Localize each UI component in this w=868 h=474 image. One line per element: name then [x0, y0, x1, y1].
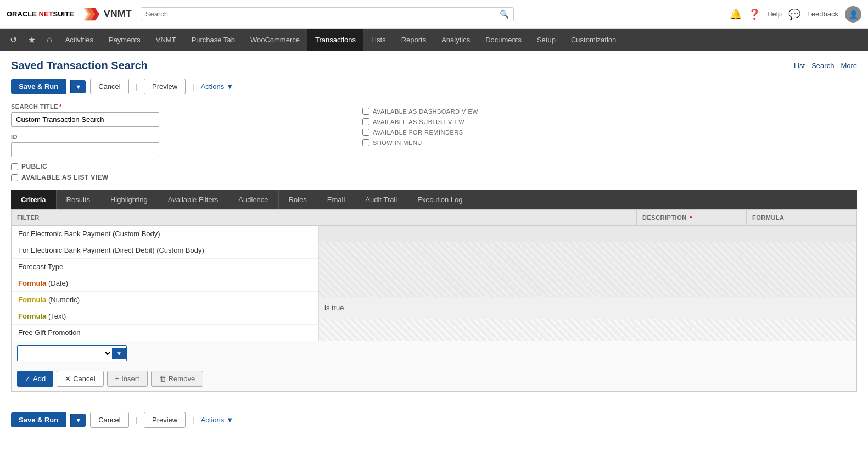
help-link[interactable]: Help [767, 10, 782, 18]
search-bar[interactable]: 🔍 [141, 7, 514, 21]
bottom-divider2: | [192, 416, 194, 424]
remove-button: 🗑 Remove [151, 371, 203, 387]
nav-vnmt[interactable]: VNMT [148, 29, 184, 51]
add-button[interactable]: ✓ Add [17, 371, 53, 387]
nav-transactions[interactable]: Transactions [307, 29, 363, 51]
nav-setup[interactable]: Setup [529, 29, 563, 51]
tab-roles[interactable]: Roles [279, 190, 317, 209]
nav-home-icon[interactable]: ⌂ [41, 29, 58, 51]
formula-yellow-label: Formula [18, 295, 46, 304]
sublist-view-checkbox[interactable] [362, 118, 369, 125]
criteria-area: FILTER DESCRIPTION * FORMULA For Electro… [11, 209, 857, 392]
available-list-view-checkbox[interactable] [11, 174, 18, 181]
sublist-view-row: AVAILABLE AS SUBLIST VIEW [362, 118, 857, 125]
nav-bar: ↺ ★ ⌂ Activities Payments VNMT Purchase … [0, 29, 868, 51]
bottom-actions-button[interactable]: Actions ▼ [201, 416, 234, 424]
search-icon: 🔍 [500, 10, 509, 19]
search-input[interactable] [145, 10, 500, 18]
bottom-toolbar: Save & Run ▼ Cancel | Preview | Actions … [11, 405, 857, 428]
criteria-header-row: FILTER DESCRIPTION * FORMULA [12, 210, 856, 226]
form-row: SEARCH TITLE* ID PUBLIC AVAILABLE AS LIS… [11, 103, 857, 181]
nav-reports[interactable]: Reports [394, 29, 434, 51]
nav-purchase-tab[interactable]: Purchase Tab [184, 29, 243, 51]
page-link-more[interactable]: More [841, 62, 857, 70]
dropdown-item-formula-text[interactable]: Formula (Text) [12, 308, 318, 325]
cancel-button[interactable]: Cancel [90, 79, 128, 94]
dashboard-view-row: AVAILABLE AS DASHBOARD VIEW [362, 108, 857, 115]
dropdown-item-formula-numeric[interactable]: Formula (Numeric) [12, 292, 318, 308]
dropdown-item-forecast[interactable]: Forecast Type [12, 259, 318, 275]
filter-select[interactable] [18, 346, 112, 361]
nav-customization[interactable]: Customization [563, 29, 624, 51]
action-buttons: ✓ Add ✕ Cancel + Insert 🗑 Remove [12, 366, 856, 391]
nav-activities[interactable]: Activities [58, 29, 101, 51]
available-list-view-row: AVAILABLE AS LIST VIEW [11, 174, 340, 181]
dropdown-item-ebp-dd[interactable]: For Electronic Bank Payment (Direct Debi… [12, 242, 318, 259]
id-input[interactable] [11, 142, 159, 157]
tab-audience[interactable]: Audience [228, 190, 278, 209]
dropdown-list: For Electronic Bank Payment (Custom Body… [12, 226, 318, 341]
tab-audit-trail[interactable]: Audit Trail [355, 190, 407, 209]
actions-button[interactable]: Actions ▼ [201, 82, 234, 91]
filter-select-arrow[interactable]: ▼ [112, 348, 126, 359]
form-right: AVAILABLE AS DASHBOARD VIEW AVAILABLE AS… [362, 103, 857, 146]
dropdown-container: For Electronic Bank Payment (Custom Body… [12, 226, 856, 391]
tabs-bar: Criteria Results Highlighting Available … [11, 190, 857, 209]
bottom-preview-button[interactable]: Preview [144, 412, 186, 428]
tab-execution-log[interactable]: Execution Log [407, 190, 473, 209]
tab-criteria[interactable]: Criteria [11, 190, 57, 209]
nav-favorites-icon[interactable]: ★ [23, 29, 41, 51]
id-label: ID [11, 133, 340, 140]
bottom-cancel-button[interactable]: Cancel [90, 412, 128, 428]
toolbar-divider: | [136, 82, 137, 91]
dashboard-view-label: AVAILABLE AS DASHBOARD VIEW [373, 108, 478, 115]
oracle-logo: ORACLE NETSUITE [7, 10, 74, 18]
bottom-divider: | [136, 416, 137, 424]
trash-icon: 🗑 [159, 375, 166, 383]
dropdown-item-free-gift[interactable]: Free Gift Promotion [12, 325, 318, 341]
top-bar-right: 🔔 ❓ Help 💬 Feedback 👤 [730, 6, 861, 23]
preview-button[interactable]: Preview [144, 79, 186, 94]
bottom-save-run-dropdown-button[interactable]: ▼ [70, 414, 86, 427]
reminders-checkbox[interactable] [362, 129, 369, 136]
chat-icon[interactable]: 💬 [788, 8, 800, 20]
form-section: SEARCH TITLE* ID PUBLIC AVAILABLE AS LIS… [11, 103, 857, 181]
notification-icon[interactable]: 🔔 [730, 8, 742, 20]
nav-recent-icon[interactable]: ↺ [4, 29, 23, 51]
tab-results[interactable]: Results [57, 190, 100, 209]
dropdown-item-formula-date[interactable]: Formula (Date) [12, 275, 318, 292]
tab-available-filters[interactable]: Available Filters [158, 190, 229, 209]
search-title-input[interactable] [11, 112, 159, 127]
dropdown-item-ebp[interactable]: For Electronic Bank Payment (Custom Body… [12, 226, 318, 242]
tab-highlighting[interactable]: Highlighting [100, 190, 158, 209]
save-run-button[interactable]: Save & Run [11, 79, 66, 94]
checkbox-group-right: AVAILABLE AS DASHBOARD VIEW AVAILABLE AS… [362, 108, 857, 146]
help-icon[interactable]: ❓ [748, 8, 760, 20]
page-link-list[interactable]: List [794, 62, 805, 70]
form-left: SEARCH TITLE* ID PUBLIC AVAILABLE AS LIS… [11, 103, 340, 181]
checkmark-icon: ✓ [25, 375, 31, 383]
page-link-search[interactable]: Search [811, 62, 834, 70]
nav-documents[interactable]: Documents [478, 29, 529, 51]
vnmt-logo: VNMT [83, 5, 132, 23]
user-avatar[interactable]: 👤 [845, 6, 861, 23]
public-row: PUBLIC [11, 163, 340, 170]
feedback-button[interactable]: Feedback [807, 10, 838, 18]
public-label: PUBLIC [21, 163, 47, 170]
show-in-menu-checkbox[interactable] [362, 139, 369, 146]
show-in-menu-label: SHOW IN MENU [373, 140, 422, 146]
filter-select-wrap[interactable]: ▼ [17, 345, 127, 361]
available-list-view-label: AVAILABLE AS LIST VIEW [21, 174, 109, 181]
dashboard-view-checkbox[interactable] [362, 108, 369, 115]
cancel-action-button[interactable]: ✕ Cancel [57, 371, 103, 387]
toolbar-divider2: | [192, 82, 194, 91]
nav-woocommerce[interactable]: WooCommerce [243, 29, 307, 51]
nav-payments[interactable]: Payments [101, 29, 148, 51]
bottom-save-run-button[interactable]: Save & Run [11, 412, 66, 427]
nav-analytics[interactable]: Analytics [434, 29, 478, 51]
save-run-dropdown-button[interactable]: ▼ [70, 80, 86, 93]
tab-email[interactable]: Email [317, 190, 356, 209]
id-group: ID [11, 133, 340, 157]
nav-lists[interactable]: Lists [363, 29, 394, 51]
public-checkbox[interactable] [11, 163, 18, 170]
